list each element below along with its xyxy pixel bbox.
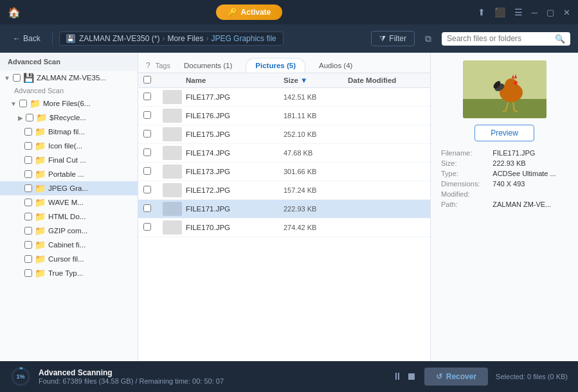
wave-checkbox[interactable] — [24, 199, 32, 206]
file-thumbnail — [163, 90, 182, 104]
sidebar-item-truetype[interactable]: 📁 True Typ... — [0, 266, 138, 280]
finalcut-checkbox[interactable] — [24, 156, 32, 164]
sidebar-item-gzip[interactable]: 📁 GZIP com... — [0, 224, 138, 238]
search-input[interactable] — [447, 34, 551, 43]
sidebar-root[interactable]: ▼ 💾 ZALMAN ZM-VE35... — [0, 71, 138, 85]
file-row[interactable]: FILE177.JPG 142.51 KB — [138, 88, 430, 107]
back-button[interactable]: ← Back — [8, 31, 46, 46]
breadcrumb-sep-2: › — [206, 34, 208, 43]
breadcrumb-drive[interactable]: 💾 ZALMAN ZM-VE350 (*) — [66, 34, 160, 44]
file-name: FILE170.JPG — [186, 224, 284, 231]
wave-folder-icon: 📁 — [35, 197, 46, 208]
sidebar-item-bitmap[interactable]: 📁 Bitmap fil... — [0, 125, 138, 139]
search-icon[interactable]: 🔍 — [555, 34, 565, 44]
recycle-checkbox[interactable] — [26, 114, 33, 121]
file-row[interactable]: FILE175.JPG 252.10 KB — [138, 125, 430, 144]
icon-label: Icon file(... — [48, 142, 82, 150]
filter-button[interactable]: ⧩ Filter — [371, 31, 415, 46]
sidebar-item-icon[interactable]: 📁 Icon file(... — [0, 139, 138, 153]
header-size-col[interactable]: Size ▼ — [284, 76, 348, 85]
file-checkbox[interactable] — [143, 204, 151, 212]
view-toggle-button[interactable]: ⧉ — [421, 31, 435, 47]
tab-documents[interactable]: Documents (1) — [174, 58, 242, 73]
sidebar-item-cabinet[interactable]: 📁 Cabinet fi... — [0, 238, 138, 252]
select-all-checkbox[interactable] — [143, 76, 151, 84]
file-row[interactable]: FILE170.JPG 274.42 KB — [138, 218, 430, 237]
gzip-checkbox[interactable] — [24, 227, 32, 235]
sidebar-item-more-files[interactable]: ▼ 📁 More Files(6... — [0, 96, 138, 111]
stop-button[interactable]: ⏹ — [406, 371, 417, 382]
title-bar: 🏠 🔑 Activate ⬆ ⬛ ☰ ─ ▢ ✕ — [0, 0, 578, 24]
header-date-col[interactable]: Date Modified — [348, 76, 425, 85]
modified-value — [490, 189, 570, 199]
sidebar-root-label: ZALMAN ZM-VE35... — [37, 74, 106, 82]
bitmap-checkbox[interactable] — [24, 128, 32, 136]
pause-button[interactable]: ⏸ — [392, 371, 402, 382]
portable-checkbox[interactable] — [24, 170, 32, 178]
root-checkbox[interactable] — [13, 74, 21, 82]
maximize-button[interactable]: ▢ — [546, 8, 554, 17]
file-name: FILE173.JPG — [186, 168, 284, 175]
file-name: FILE176.JPG — [186, 112, 284, 120]
file-checkbox[interactable] — [143, 111, 151, 119]
file-checkbox[interactable] — [143, 186, 151, 193]
cursor-checkbox[interactable] — [24, 255, 32, 263]
size-value: 222.93 KB — [490, 158, 570, 168]
close-button[interactable]: ✕ — [563, 8, 570, 17]
breadcrumb-more-files[interactable]: More Files — [167, 34, 203, 43]
file-checkbox[interactable] — [143, 223, 151, 231]
sidebar-item-cursor[interactable]: 📁 Cursor fil... — [0, 252, 138, 266]
preview-button[interactable]: Preview — [474, 125, 534, 141]
more-files-checkbox[interactable] — [19, 100, 27, 107]
size-label: Size: — [438, 158, 490, 168]
pause-controls: ⏸ ⏹ — [392, 371, 417, 382]
file-name: FILE172.JPG — [186, 186, 284, 194]
back-arrow-icon: ← — [13, 34, 21, 43]
minimize-button[interactable]: ─ — [532, 8, 537, 17]
progress-label: 1% — [16, 373, 24, 380]
sidebar-item-jpeg[interactable]: 📁 JPEG Gra... — [0, 181, 138, 195]
progress-circle: 1% — [10, 366, 31, 387]
truetype-checkbox[interactable] — [24, 269, 32, 277]
jpeg-folder-icon: 📁 — [35, 183, 46, 193]
file-row[interactable]: FILE172.JPG 157.24 KB — [138, 181, 430, 200]
file-row[interactable]: FILE176.JPG 181.11 KB — [138, 107, 430, 125]
home-icon[interactable]: 🏠 — [8, 6, 21, 19]
tab-audios[interactable]: Audios (4) — [309, 58, 362, 73]
recover-button[interactable]: ↺ Recover — [424, 368, 488, 386]
file-thumbnail — [163, 146, 182, 160]
cabinet-checkbox[interactable] — [24, 241, 32, 249]
recover-icon: ↺ — [436, 372, 442, 381]
html-checkbox[interactable] — [24, 213, 32, 220]
file-checkbox[interactable] — [143, 167, 151, 175]
sidebar-item-portable[interactable]: 📁 Portable ... — [0, 167, 138, 181]
file-thumbnail — [163, 183, 182, 197]
sidebar-item-finalcut[interactable]: 📁 Final Cut ... — [0, 153, 138, 167]
nav-bar: ← Back 💾 ZALMAN ZM-VE350 (*) › More File… — [0, 24, 578, 53]
file-row[interactable]: FILE173.JPG 301.66 KB — [138, 163, 430, 181]
file-checkbox[interactable] — [143, 93, 151, 100]
tag-help-icon[interactable]: ? — [146, 61, 150, 70]
bitmap-folder-icon: 📁 — [35, 127, 46, 137]
file-row[interactable]: FILE174.JPG 47.68 KB — [138, 144, 430, 163]
sidebar-item-recycle[interactable]: ▶ 📁 $Recycle... — [0, 111, 138, 125]
sidebar: Advanced Scan ▼ 💾 ZALMAN ZM-VE35... Adva… — [0, 53, 138, 361]
share-icon[interactable]: ⬆ — [478, 7, 485, 17]
more-files-arrow: ▼ — [10, 100, 17, 107]
file-checkbox[interactable] — [143, 148, 151, 156]
activate-button[interactable]: 🔑 Activate — [216, 4, 283, 20]
file-row-selected[interactable]: FILE171.JPG 222.93 KB — [138, 200, 430, 218]
tab-pictures[interactable]: Pictures (5) — [246, 58, 305, 73]
breadcrumb-jpeg[interactable]: JPEG Graphics file — [211, 34, 276, 43]
gzip-folder-icon: 📁 — [35, 226, 46, 236]
jpeg-checkbox[interactable] — [24, 184, 32, 192]
sidebar-item-html[interactable]: 📁 HTML Do... — [0, 209, 138, 224]
file-checkbox[interactable] — [143, 130, 151, 138]
sidebar-item-wave[interactable]: 📁 WAVE M... — [0, 195, 138, 209]
upload-icon[interactable]: ⬛ — [494, 7, 505, 17]
menu-icon[interactable]: ☰ — [514, 7, 523, 17]
icon-checkbox[interactable] — [24, 142, 32, 150]
file-thumbnail — [163, 220, 182, 235]
header-name-col[interactable]: Name — [186, 76, 284, 85]
html-folder-icon: 📁 — [35, 211, 46, 222]
